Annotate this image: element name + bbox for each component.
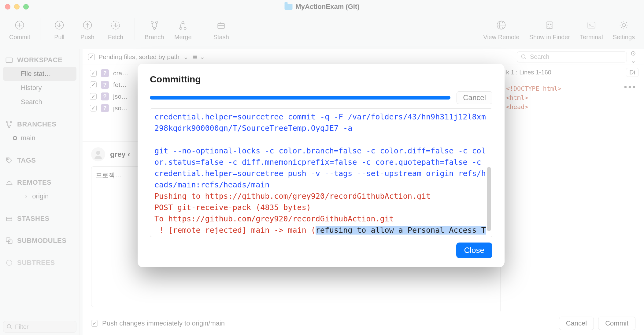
svg-rect-25 <box>588 22 595 28</box>
svg-point-9 <box>151 21 153 23</box>
svg-point-41 <box>522 55 525 58</box>
view-mode-icon[interactable]: ≣ ⌄ <box>192 53 205 61</box>
sidebar-item-file-status[interactable]: File stat… <box>3 67 76 81</box>
svg-point-38 <box>6 260 12 265</box>
svg-point-23 <box>548 24 549 25</box>
avatar <box>91 147 105 161</box>
settings-gear-icon[interactable]: ⊙ ⌄ <box>631 53 638 61</box>
svg-point-27 <box>622 24 625 27</box>
file-status-icon: ? <box>101 92 109 100</box>
file-name: jso… <box>113 93 128 100</box>
dialog-close-button[interactable]: Close <box>456 243 492 258</box>
gear-icon <box>617 18 631 32</box>
globe-icon <box>494 18 508 32</box>
log-scrollbar[interactable] <box>487 167 491 231</box>
sidebar-splitter[interactable] <box>80 49 83 335</box>
sidebar-item-history[interactable]: History <box>3 81 76 95</box>
close-window-button[interactable] <box>5 4 10 9</box>
svg-point-14 <box>182 21 184 23</box>
branch-toolbar-button[interactable]: Branch <box>142 17 167 42</box>
svg-point-12 <box>180 27 182 29</box>
file-checkbox[interactable] <box>90 70 97 77</box>
push-toolbar-button[interactable]: Push <box>75 17 100 42</box>
file-status-icon: ? <box>101 104 109 112</box>
merge-label: Merge <box>174 34 192 41</box>
pull-label: Pull <box>54 34 64 41</box>
commit-label: Commit <box>9 34 30 41</box>
file-status-icon: ? <box>101 69 109 77</box>
push-icon <box>81 18 94 32</box>
tags-header: TAGS <box>17 156 36 164</box>
more-options-icon[interactable]: ••• <box>624 82 637 92</box>
commit-toolbar-button[interactable]: Commit <box>6 17 33 42</box>
file-checkbox[interactable] <box>90 105 97 111</box>
file-name: jso… <box>113 104 128 112</box>
file-name: cra… <box>113 70 128 77</box>
merge-icon <box>176 18 190 32</box>
svg-point-43 <box>96 151 100 155</box>
dialog-cancel-button[interactable]: Cancel <box>457 91 492 104</box>
zoom-window-button[interactable] <box>23 4 29 9</box>
finder-icon <box>543 18 556 32</box>
chevron-down-icon[interactable]: ⌄ <box>183 53 189 61</box>
fetch-icon <box>109 18 122 32</box>
settings-toolbar-button[interactable]: Settings <box>610 17 638 42</box>
branches-header: BRANCHES <box>17 120 57 128</box>
cancel-button[interactable]: Cancel <box>559 317 594 330</box>
sidebar-filter-input[interactable]: Filter <box>3 321 76 333</box>
diff-content: <!DOCTYPE html> <html> <head> <box>501 80 644 115</box>
commit-button[interactable]: Commit <box>598 317 635 330</box>
push-immediately-checkbox[interactable] <box>91 320 98 327</box>
pending-all-checkbox[interactable] <box>88 54 95 60</box>
minimize-window-button[interactable] <box>14 4 20 9</box>
window-title: MyActionExam (Git) <box>295 3 359 11</box>
sidebar: WORKSPACE File stat… History Search BRAN… <box>0 49 80 335</box>
filter-placeholder: Filter <box>15 323 28 330</box>
plus-circle-icon <box>13 18 26 32</box>
file-checkbox[interactable] <box>90 81 97 88</box>
svg-rect-22 <box>546 22 553 28</box>
svg-line-42 <box>525 58 526 59</box>
search-input[interactable]: Search <box>517 51 627 62</box>
svg-point-24 <box>551 24 552 25</box>
pull-toolbar-button[interactable]: Pull <box>47 17 72 42</box>
svg-rect-15 <box>218 24 224 28</box>
svg-point-10 <box>155 21 157 23</box>
branch-label: Branch <box>145 34 164 41</box>
svg-point-39 <box>7 325 11 328</box>
discard-button[interactable]: Di <box>626 68 638 77</box>
terminal-label: Terminal <box>580 34 603 41</box>
titlebar: MyActionExam (Git) <box>0 0 644 13</box>
push-immediately-label: Push changes immediately to origin/main <box>102 319 225 327</box>
main-branch-label: main <box>21 134 35 142</box>
commit-author[interactable]: grey ‹ <box>110 150 130 159</box>
svg-rect-28 <box>6 58 13 62</box>
file-checkbox[interactable] <box>90 93 97 100</box>
fetch-toolbar-button[interactable]: Fetch <box>103 17 128 42</box>
search-icon <box>6 324 13 330</box>
view-remote-toolbar-button[interactable]: View Remote <box>480 17 523 42</box>
sidebar-item-search[interactable]: Search <box>3 95 76 109</box>
terminal-toolbar-button[interactable]: Terminal <box>577 17 606 42</box>
origin-label: origin <box>32 192 49 200</box>
dialog-title: Committing <box>150 74 492 85</box>
stashes-header: STASHES <box>17 215 50 223</box>
show-in-finder-toolbar-button[interactable]: Show in Finder <box>526 17 573 42</box>
hunk-label: k 1 : Lines 1-160 <box>506 69 551 76</box>
pending-label[interactable]: Pending files, sorted by path <box>98 53 180 61</box>
svg-rect-34 <box>6 217 12 221</box>
svg-line-40 <box>10 328 12 329</box>
merge-toolbar-button[interactable]: Merge <box>171 17 195 42</box>
svg-point-30 <box>6 121 8 123</box>
svg-point-11 <box>153 27 155 29</box>
git-log-output[interactable]: credential.helper=sourcetree commit -q -… <box>150 108 492 237</box>
sidebar-item-origin[interactable]: origin <box>3 189 76 203</box>
svg-rect-37 <box>8 240 12 243</box>
subtrees-header: SUBTREES <box>17 259 55 267</box>
sidebar-item-main-branch[interactable]: main <box>3 131 76 145</box>
stash-icon <box>214 18 228 32</box>
svg-point-32 <box>8 126 10 127</box>
search-icon <box>521 54 527 60</box>
push-label: Push <box>80 34 94 41</box>
stash-toolbar-button[interactable]: Stash <box>209 17 233 42</box>
